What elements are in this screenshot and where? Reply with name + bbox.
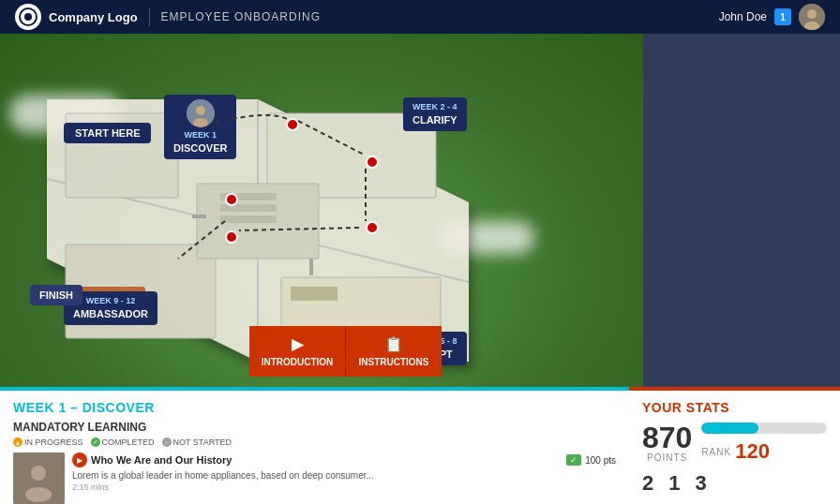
- stat-count-3: 3: [696, 471, 707, 496]
- instructions-button[interactable]: 📋 INSTRUCTIONS: [346, 326, 442, 377]
- stat-count-3-value: 3: [696, 471, 707, 496]
- rank-label: RANK: [701, 447, 731, 457]
- in-progress-dot: ▲: [13, 437, 22, 447]
- user-avatar: [799, 4, 825, 30]
- stats-panel: YOUR STATS 870 POINTS RANK 120 2 1: [629, 387, 840, 504]
- rank-area: RANK 120: [701, 422, 827, 464]
- progress-legend: ▲ IN PROGRESS ✓ COMPLETED ○ NOT STARTED: [13, 437, 616, 447]
- stat-count-2: 1: [668, 471, 680, 496]
- user-name: John Doe: [719, 10, 767, 23]
- week1-line1: WEEK 1: [184, 130, 217, 141]
- waypoint-5[interactable]: [225, 193, 238, 206]
- intro-icon: ▶: [292, 335, 303, 353]
- logo-icon: [15, 4, 41, 30]
- completed-dot: ✓: [91, 437, 100, 447]
- svg-point-22: [196, 106, 205, 115]
- week912-line2: AMBASSADOR: [73, 307, 148, 320]
- not-started-legend: ○ NOT STARTED: [162, 437, 232, 447]
- not-started-dot: ○: [162, 437, 172, 447]
- week1-avatar: [187, 99, 215, 127]
- points-value: 870: [642, 422, 692, 452]
- points-label: POINTS: [642, 452, 692, 463]
- svg-point-1: [24, 13, 32, 21]
- svg-point-26: [25, 487, 52, 502]
- stat-count-1: 2: [642, 471, 653, 496]
- waypoint-1[interactable]: [286, 118, 299, 131]
- rank-bar: [701, 422, 758, 434]
- learning-title: Who We Are and Our History: [91, 454, 562, 466]
- intro-label: INTRODUCTION: [262, 357, 334, 367]
- learning-thumbnail: [13, 452, 65, 504]
- learning-content: ▶ Who We Are and Our History ✓ 100 pts L…: [72, 452, 616, 492]
- stats-row: 870 POINTS RANK 120: [642, 422, 827, 464]
- week912-line1: WEEK 9 - 12: [73, 296, 148, 307]
- week1-line2: DISCOVER: [173, 141, 227, 155]
- header-divider: [149, 7, 150, 26]
- not-started-label: NOT STARTED: [173, 437, 232, 447]
- waypoint-2[interactable]: [366, 156, 379, 169]
- week24-label[interactable]: WEEK 2 - 4 CLARIFY: [403, 97, 467, 131]
- svg-rect-20: [309, 259, 313, 275]
- play-icon: ▶: [72, 452, 87, 467]
- week-discover-panel: WEEK 1 – DISCOVER MANDATORY LEARNING ▲ I…: [0, 387, 629, 504]
- bottom-section: WEEK 1 – DISCOVER MANDATORY LEARNING ▲ I…: [0, 387, 840, 504]
- svg-rect-19: [192, 215, 206, 218]
- week24-line1: WEEK 2 - 4: [412, 102, 458, 113]
- stats-counts: 2 1 3: [642, 471, 827, 496]
- rank-value: 120: [735, 439, 770, 464]
- introduction-button[interactable]: ▶ INTRODUCTION: [249, 326, 346, 377]
- finish-button[interactable]: FINISH: [30, 285, 82, 305]
- in-progress-legend: ▲ IN PROGRESS: [13, 437, 83, 447]
- logo-text: Company Logo: [49, 10, 138, 24]
- learning-duration: 2:15 mins: [72, 482, 616, 492]
- logo-area: Company Logo: [15, 4, 138, 30]
- instructions-icon: 📋: [384, 335, 403, 353]
- waypoint-3[interactable]: [366, 221, 379, 234]
- mandatory-label: MANDATORY LEARNING: [13, 421, 616, 434]
- svg-rect-14: [291, 287, 338, 301]
- points-area: 870 POINTS: [642, 422, 692, 463]
- learning-item[interactable]: ▶ Who We Are and Our History ✓ 100 pts L…: [13, 452, 616, 504]
- header-right: John Doe 1: [719, 4, 825, 30]
- learning-points: 100 pts: [585, 455, 616, 466]
- week-discover-title: WEEK 1 – DISCOVER: [13, 400, 616, 415]
- svg-rect-18: [220, 215, 277, 223]
- stat-count-1-value: 2: [642, 471, 653, 496]
- svg-point-23: [193, 118, 208, 127]
- rank-bar-container: [701, 422, 827, 434]
- svg-point-25: [31, 466, 46, 481]
- learning-title-row: ▶ Who We Are and Our History ✓ 100 pts: [72, 452, 616, 467]
- completed-label: COMPLETED: [102, 437, 155, 447]
- stats-title: YOUR STATS: [642, 400, 827, 415]
- action-buttons: ▶ INTRODUCTION 📋 INSTRUCTIONS: [249, 326, 442, 377]
- checkmark-badge: ✓: [566, 454, 581, 466]
- week24-line2: CLARIFY: [412, 113, 458, 126]
- svg-point-3: [807, 9, 817, 19]
- start-here-button[interactable]: START HERE: [64, 123, 151, 143]
- rank-row: RANK 120: [701, 439, 827, 464]
- header-title: EMPLOYEE ONBOARDING: [161, 10, 708, 23]
- learning-description: Lorem is a global leader in home applian…: [72, 470, 616, 481]
- week1-label[interactable]: WEEK 1 DISCOVER: [164, 95, 236, 159]
- waypoint-4[interactable]: [225, 230, 238, 244]
- instructions-label: INSTRUCTIONS: [359, 357, 429, 367]
- stat-count-2-value: 1: [668, 471, 680, 496]
- completed-legend: ✓ COMPLETED: [91, 437, 155, 447]
- notification-badge[interactable]: 1: [774, 8, 791, 25]
- header: Company Logo EMPLOYEE ONBOARDING John Do…: [0, 0, 840, 34]
- in-progress-label: IN PROGRESS: [24, 437, 83, 447]
